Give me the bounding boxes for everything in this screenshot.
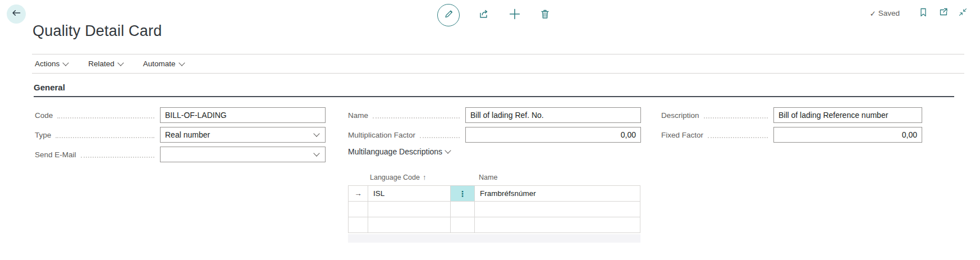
dotted-leader [57, 112, 154, 118]
name-label: Name [348, 111, 368, 120]
send-email-label: Send E-Mail [35, 150, 76, 159]
row-menu-cell[interactable] [451, 202, 475, 217]
menu-related[interactable]: Related [88, 60, 123, 68]
multilanguage-descriptions-label: Multilanguage Descriptions [348, 147, 442, 156]
action-menubar: Actions Related Automate [32, 54, 964, 74]
plus-icon [508, 7, 521, 23]
name-header-label: Name [479, 174, 497, 181]
field-row-multiplication-factor: Multiplication Factor [348, 127, 641, 143]
language-code-cell[interactable]: ISL [368, 186, 451, 201]
type-label: Type [35, 131, 51, 139]
menu-related-label: Related [88, 60, 115, 68]
table-header: Language Code ↑ Name [348, 169, 640, 185]
language-code-header-label: Language Code [370, 174, 420, 181]
open-in-window-button[interactable] [938, 7, 949, 20]
description-input[interactable] [773, 107, 922, 123]
collapse-button[interactable] [958, 7, 968, 19]
dotted-leader [704, 112, 768, 118]
page-title: Quality Detail Card [33, 22, 162, 40]
check-icon: ✓ [869, 9, 876, 18]
type-value: Real number [165, 130, 210, 139]
fixed-factor-input[interactable] [773, 127, 922, 143]
dotted-leader [420, 131, 460, 138]
section-divider [34, 96, 954, 97]
popout-icon [938, 7, 949, 20]
dotted-leader [708, 131, 768, 138]
name-cell[interactable] [475, 217, 640, 232]
chevron-down-icon [117, 60, 123, 66]
bookmark-icon [918, 7, 928, 20]
window-controls: ✓ Saved [869, 7, 968, 20]
name-input[interactable] [465, 107, 641, 123]
edit-button[interactable] [437, 4, 460, 26]
menu-actions-label: Actions [35, 60, 59, 68]
table-row [349, 202, 640, 217]
sort-ascending-icon: ↑ [423, 174, 426, 181]
field-row-fixed-factor: Fixed Factor [661, 127, 922, 143]
dotted-leader [56, 131, 154, 138]
save-status: ✓ Saved [869, 9, 900, 18]
chevron-down-icon [445, 147, 451, 153]
back-arrow-icon [11, 8, 21, 20]
fixed-factor-label: Fixed Factor [661, 131, 703, 139]
general-section-title[interactable]: General [34, 83, 65, 92]
code-label: Code [35, 111, 53, 120]
code-input[interactable] [160, 107, 326, 123]
toolbar [437, 4, 551, 26]
field-row-code: Code [35, 107, 326, 123]
multiplication-factor-label: Multiplication Factor [348, 131, 415, 139]
language-code-cell[interactable] [368, 202, 451, 217]
trash-icon [539, 8, 551, 22]
name-cell[interactable]: Frambréfsnúmer [475, 186, 640, 201]
column-header-name[interactable]: Name [474, 174, 640, 181]
chevron-down-icon [178, 60, 185, 66]
chevron-down-icon [313, 150, 319, 156]
multiplication-factor-input[interactable] [465, 127, 641, 143]
row-arrow-cell [349, 217, 368, 232]
description-label: Description [661, 111, 699, 120]
chevron-down-icon [313, 130, 319, 136]
language-code-cell[interactable] [368, 217, 451, 232]
share-button[interactable] [478, 8, 490, 22]
collapse-icon [958, 7, 968, 19]
row-menu-ellipsis-icon[interactable]: ⋮ [451, 186, 475, 201]
menu-automate-label: Automate [143, 60, 176, 68]
pencil-icon [443, 9, 454, 21]
share-icon [478, 8, 490, 22]
table-row: → ISL ⋮ Frambréfsnúmer [349, 186, 640, 202]
delete-button[interactable] [539, 8, 551, 22]
name-cell[interactable] [475, 202, 640, 217]
saved-label: Saved [878, 9, 900, 17]
field-row-description: Description [661, 107, 922, 123]
dotted-leader [81, 151, 154, 158]
column-header-language-code[interactable]: Language Code ↑ [368, 174, 450, 181]
table-scrollbar-strip[interactable] [348, 234, 640, 243]
type-select[interactable]: Real number [160, 127, 326, 143]
send-email-select[interactable] [160, 147, 326, 162]
menu-actions[interactable]: Actions [35, 60, 68, 68]
row-arrow-cell [349, 202, 368, 217]
active-row-arrow-icon: → [349, 186, 368, 201]
multilanguage-descriptions-table: Language Code ↑ Name → ISL ⋮ Frambréfsnú… [348, 169, 640, 243]
menu-automate[interactable]: Automate [143, 60, 184, 68]
table-body: → ISL ⋮ Frambréfsnúmer [348, 185, 640, 233]
new-button[interactable] [508, 7, 521, 23]
chevron-down-icon [63, 60, 69, 66]
bookmark-button[interactable] [918, 7, 928, 20]
field-row-send-email: Send E-Mail [35, 147, 326, 162]
field-row-type: Type Real number [35, 127, 326, 143]
table-row [349, 217, 640, 232]
quality-detail-card-page: ✓ Saved Quality Detail Card Actions Rela… [0, 0, 980, 260]
dotted-leader [373, 112, 460, 118]
multilanguage-descriptions-toggle[interactable]: Multilanguage Descriptions [348, 147, 450, 156]
row-menu-cell[interactable] [451, 217, 475, 232]
field-row-name: Name [348, 107, 641, 123]
back-button[interactable] [7, 4, 26, 24]
